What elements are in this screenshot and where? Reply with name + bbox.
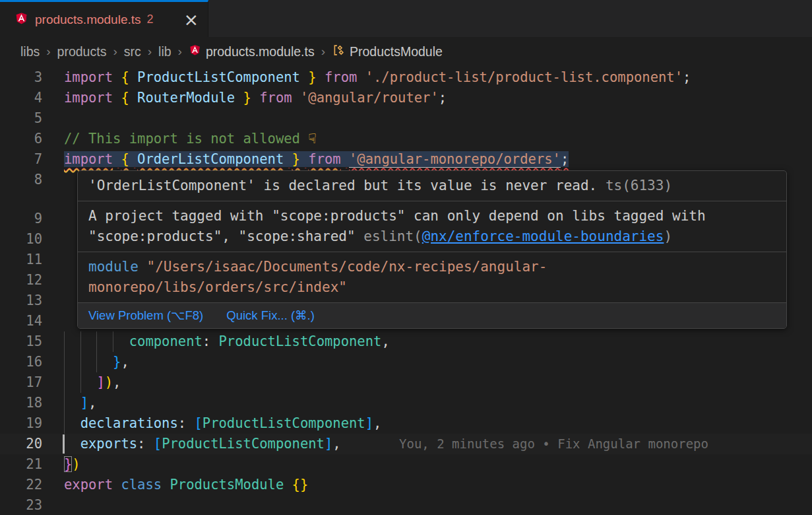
code-token [64, 354, 113, 370]
tab-error-count-badge: 2 [147, 13, 154, 26]
line-number: 11 [0, 250, 42, 270]
code-line[interactable]: 22export class ProductsModule {} [0, 475, 812, 495]
line-number: 20 [0, 434, 42, 454]
code-line-content: declarations: [ProductListComponent], [64, 413, 381, 434]
code-line[interactable]: 23 [0, 495, 812, 515]
code-token: ☟ [308, 131, 316, 147]
text-cursor [63, 434, 65, 454]
code-token [113, 477, 121, 493]
code-token: import [64, 151, 113, 167]
line-number: 13 [0, 291, 42, 311]
line-number: 22 [0, 475, 42, 495]
code-token: , [332, 436, 340, 452]
code-line[interactable]: 7import { OrderListComponent } from '@an… [0, 149, 812, 170]
code-token: ; [439, 90, 447, 106]
code-token: [ [154, 436, 162, 452]
code-token [129, 90, 137, 106]
view-problem-link[interactable]: View Problem (⌥F8) [88, 308, 203, 322]
tab-close-icon[interactable]: × [183, 13, 199, 26]
code-token: ; [561, 151, 569, 167]
line-number: 21 [0, 454, 42, 475]
code-token: } [308, 69, 316, 85]
code-token: ProductListComponent [162, 436, 325, 452]
code-token [64, 395, 80, 411]
breadcrumb-item-libs[interactable]: libs [20, 44, 40, 59]
code-token: from [325, 69, 357, 85]
quick-fix-link[interactable]: Quick Fix... (⌘.) [226, 308, 315, 322]
code-token: : [203, 333, 210, 349]
module-symbol-icon [332, 44, 345, 60]
line-number: 10 [0, 229, 42, 250]
code-line[interactable]: 3import { ProductListComponent } from '.… [0, 67, 812, 88]
code-token: ProductListComponent [203, 415, 365, 431]
code-token: '@angular-monorepo/orders' [349, 151, 561, 168]
code-token: // This import is not allowed [64, 131, 308, 147]
code-token: : [137, 436, 145, 452]
code-line[interactable]: 6// This import is not allowed ☟ [0, 129, 812, 149]
code-token: import [64, 90, 113, 106]
code-token [210, 333, 218, 349]
breadcrumb-item-lib[interactable]: lib [158, 44, 172, 59]
code-token: : [178, 415, 186, 431]
line-number: 9 [0, 209, 42, 229]
code-token: , [113, 374, 121, 390]
code-line[interactable]: 21}) [0, 454, 812, 475]
code-line[interactable]: 15 component: ProductListComponent, [0, 331, 812, 352]
code-token: ] [365, 415, 373, 431]
tab-products-module[interactable]: products.module.ts 2 × [0, 0, 208, 37]
code-token [113, 69, 121, 85]
breadcrumb-item-src[interactable]: src [124, 44, 141, 59]
diagnostic-source: ) [664, 228, 672, 244]
code-token: [ [194, 415, 202, 431]
diagnostic-message-line1: A project tagged with "scope:products" c… [88, 208, 706, 224]
code-token: ProductListComponent [219, 333, 382, 349]
code-line-content: // This import is not allowed ☟ [64, 129, 317, 149]
code-token: { [121, 151, 129, 167]
chevron-right-icon: › [321, 44, 325, 59]
hover-diagnostic-eslint: A project tagged with "scope:products" c… [78, 201, 786, 252]
code-line[interactable]: 19 declarations: [ProductListComponent], [0, 413, 812, 434]
code-line-content: import { ProductListComponent } from './… [64, 67, 691, 88]
code-line[interactable]: 5 [0, 108, 812, 129]
line-number: 6 [0, 129, 42, 149]
code-token: './product-list/product-list.component' [365, 69, 683, 85]
code-token: RouterModule [137, 90, 235, 106]
code-token: from [259, 90, 292, 106]
line-number: 14 [0, 311, 42, 331]
code-token: OrderListComponent [137, 151, 284, 167]
code-token [64, 333, 129, 349]
code-token [300, 69, 308, 85]
code-token: export [64, 477, 113, 493]
code-line[interactable]: 17 ]), [0, 372, 812, 393]
code-token: , [88, 395, 96, 411]
line-number: 7 [0, 149, 42, 170]
hover-diagnostic-ts: 'OrderListComponent' is declared but its… [78, 171, 786, 201]
line-number: 16 [0, 352, 42, 372]
code-token: { [121, 90, 129, 106]
code-line-content: }) [64, 454, 80, 475]
line-number: 19 [0, 413, 42, 434]
code-line[interactable]: 4import { RouterModule } from '@angular/… [0, 88, 812, 108]
chevron-right-icon: › [113, 44, 117, 59]
breadcrumb-item-symbol[interactable]: ProductsModule [350, 44, 443, 59]
code-line[interactable]: 16 }, [0, 352, 812, 372]
code-token: } [292, 151, 300, 167]
code-token: component [129, 333, 203, 349]
code-token [235, 90, 243, 106]
breadcrumb-item-file[interactable]: products.module.ts [206, 44, 315, 59]
code-token: , [381, 333, 389, 349]
line-number: 5 [0, 108, 42, 129]
hover-status-bar: View Problem (⌥F8) Quick Fix... (⌘.) [78, 302, 786, 328]
code-line[interactable]: 18 ], [0, 393, 812, 413]
code-token: } [64, 456, 72, 472]
code-line[interactable]: 20 exports: [ProductListComponent],You, … [0, 434, 812, 454]
code-token: ) [105, 374, 113, 390]
eslint-rule-link[interactable]: @nx/enforce-module-boundaries [422, 228, 664, 244]
breadcrumb-item-products[interactable]: products [57, 44, 107, 59]
diagnostic-source: ts(6133) [597, 178, 672, 193]
git-blame-annotation: You, 2 minutes ago • Fix Angular monorep… [399, 434, 708, 454]
code-token: ] [80, 395, 88, 411]
module-path-line2: monorepo/libs/orders/src/index" [88, 279, 347, 295]
code-token: } [113, 354, 121, 370]
code-token: from [308, 151, 340, 167]
